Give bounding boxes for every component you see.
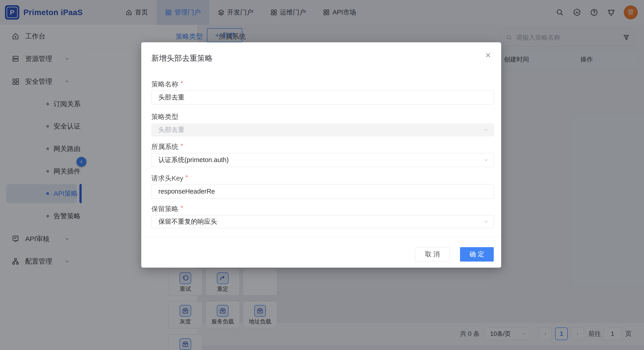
- header-key-input[interactable]: [152, 188, 494, 195]
- select-value: 头部去重: [152, 125, 184, 134]
- policy-type-select: 头部去重: [152, 123, 494, 136]
- app-screen: P Primeton iPaaS 首页 管理门户 开发门户 运维门户 A: [0, 0, 644, 350]
- required-mark: *: [181, 142, 183, 151]
- modal-title: 新增头部去重策略: [152, 53, 212, 64]
- field-label-policy-type: 策略类型: [152, 112, 178, 122]
- select-value: 保留不重复的响应头: [152, 217, 217, 226]
- retain-policy-select[interactable]: 保留不重复的响应头: [152, 215, 494, 228]
- required-mark: *: [186, 174, 188, 183]
- required-mark: *: [181, 80, 183, 89]
- cancel-button[interactable]: 取 消: [415, 247, 450, 261]
- required-mark: *: [181, 204, 183, 214]
- field-label-owner-system: 所属系统*: [152, 142, 183, 151]
- chevron-down-icon: [484, 157, 489, 163]
- field-label-policy-name: 策略名称*: [152, 80, 183, 89]
- policy-name-field[interactable]: [152, 91, 494, 104]
- header-key-field[interactable]: [152, 184, 494, 199]
- add-header-dedup-modal: 新增头部去重策略 ✕ 策略名称* 策略类型 头部去重 所属系统* 认证系统(pr…: [141, 42, 501, 268]
- confirm-button[interactable]: 确 定: [460, 247, 494, 261]
- field-label-header-key: 请求头Key*: [152, 174, 188, 183]
- select-value: 认证系统(primeton.auth): [152, 156, 229, 165]
- policy-name-input[interactable]: [152, 94, 494, 101]
- owner-system-select[interactable]: 认证系统(primeton.auth): [152, 153, 494, 167]
- chevron-down-icon: [484, 219, 489, 224]
- field-label-retain-policy: 保留策略*: [152, 204, 183, 214]
- chevron-down-icon: [484, 127, 489, 133]
- close-icon[interactable]: ✕: [483, 51, 493, 60]
